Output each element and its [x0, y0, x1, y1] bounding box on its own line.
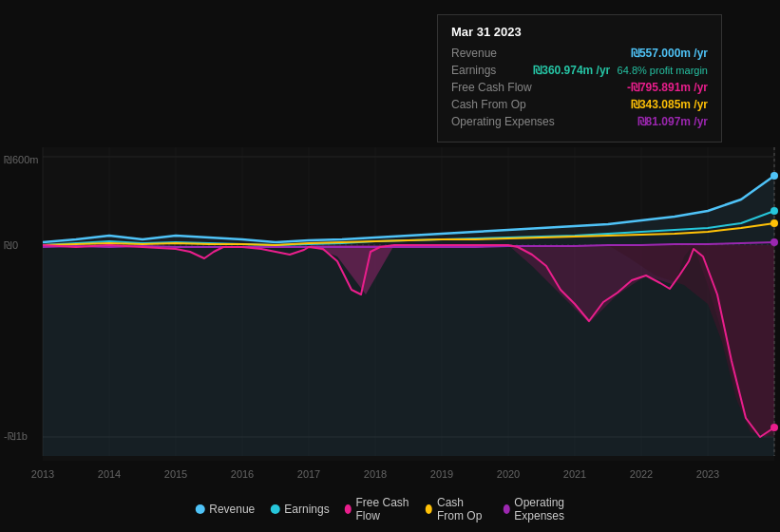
- legend-dot-earnings: [270, 504, 279, 514]
- legend-fcf[interactable]: Free Cash Flow: [345, 496, 411, 522]
- legend-opex[interactable]: Operating Expenses: [503, 496, 584, 522]
- y-label-0: ₪0: [4, 239, 18, 252]
- y-label-600: ₪600m: [4, 154, 39, 166]
- svg-point-22: [770, 238, 778, 246]
- legend-dot-revenue: [195, 504, 204, 514]
- svg-point-20: [770, 424, 778, 431]
- x-label-2014: 2014: [98, 468, 121, 480]
- x-label-2019: 2019: [430, 468, 453, 480]
- x-label-2017: 2017: [297, 468, 320, 480]
- legend-dot-fcf: [345, 504, 352, 514]
- tooltip-row-opex: Operating Expenses ₪81.097m /yr: [451, 115, 708, 128]
- svg-point-18: [770, 172, 778, 180]
- x-label-2018: 2018: [364, 468, 387, 480]
- x-label-2022: 2022: [630, 468, 653, 480]
- tooltip-row-revenue: Revenue ₪557.000m /yr: [451, 47, 708, 60]
- legend: Revenue Earnings Free Cash Flow Cash Fro…: [195, 496, 585, 522]
- tooltip-row-fcf: Free Cash Flow -₪795.891m /yr: [451, 81, 708, 94]
- y-label-neg1b: -₪1b: [4, 430, 28, 443]
- x-label-2020: 2020: [497, 468, 520, 480]
- x-label-2013: 2013: [31, 468, 54, 480]
- tooltip-row-earnings: Earnings ₪360.974m /yr 64.8% profit marg…: [451, 64, 708, 77]
- x-label-2016: 2016: [231, 468, 254, 480]
- svg-point-21: [770, 219, 778, 227]
- tooltip-box: Mar 31 2023 Revenue ₪557.000m /yr Earnin…: [437, 14, 722, 142]
- legend-dot-opex: [503, 504, 509, 514]
- legend-cashfromop[interactable]: Cash From Op: [426, 496, 487, 522]
- chart-container: ₪600m ₪0 -₪1b 2013 2014 2015 2016 2017 2…: [0, 0, 780, 532]
- legend-dot-cashfromop: [426, 504, 432, 514]
- x-label-2023: 2023: [696, 468, 719, 480]
- legend-revenue[interactable]: Revenue: [195, 503, 255, 516]
- x-label-2015: 2015: [164, 468, 187, 480]
- x-label-2021: 2021: [563, 468, 586, 480]
- svg-point-19: [770, 207, 778, 215]
- legend-earnings[interactable]: Earnings: [270, 503, 329, 516]
- tooltip-date: Mar 31 2023: [451, 25, 708, 39]
- tooltip-row-cashfromop: Cash From Op ₪343.085m /yr: [451, 98, 708, 111]
